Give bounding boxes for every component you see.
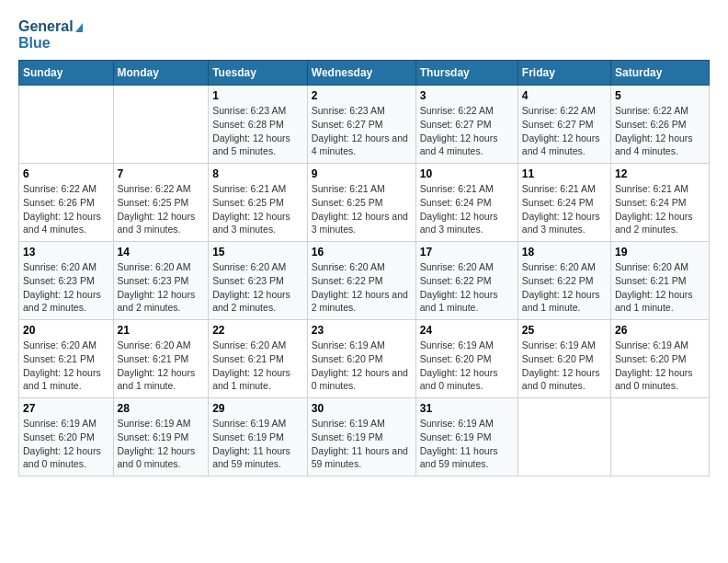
day-number: 26: [615, 324, 705, 337]
calendar-cell: 13Sunrise: 6:20 AMSunset: 6:23 PMDayligh…: [19, 242, 114, 320]
calendar-cell: 16Sunrise: 6:20 AMSunset: 6:22 PMDayligh…: [307, 242, 415, 320]
day-number: 16: [312, 246, 412, 259]
calendar-cell: 11Sunrise: 6:21 AMSunset: 6:24 PMDayligh…: [518, 164, 610, 242]
logo-general: General: [18, 18, 83, 35]
day-number: 5: [615, 89, 705, 102]
calendar-cell: 26Sunrise: 6:19 AMSunset: 6:20 PMDayligh…: [610, 320, 709, 398]
weekday-header: Monday: [113, 61, 209, 86]
logo: General Blue: [18, 18, 83, 51]
calendar-cell: 14Sunrise: 6:20 AMSunset: 6:23 PMDayligh…: [113, 242, 209, 320]
calendar-cell: 29Sunrise: 6:19 AMSunset: 6:19 PMDayligh…: [209, 398, 308, 477]
day-info: Sunrise: 6:22 AMSunset: 6:27 PMDaylight:…: [522, 104, 607, 158]
day-info: Sunrise: 6:19 AMSunset: 6:19 PMDaylight:…: [118, 417, 205, 471]
calendar-week-row: 6Sunrise: 6:22 AMSunset: 6:26 PMDaylight…: [19, 164, 710, 242]
weekday-header: Thursday: [415, 61, 518, 86]
calendar-week-row: 13Sunrise: 6:20 AMSunset: 6:23 PMDayligh…: [19, 242, 710, 320]
day-number: 8: [212, 167, 303, 180]
calendar-cell: [113, 86, 209, 164]
day-info: Sunrise: 6:21 AMSunset: 6:24 PMDaylight:…: [615, 182, 705, 236]
logo-container: General Blue: [18, 18, 83, 51]
day-info: Sunrise: 6:20 AMSunset: 6:22 PMDaylight:…: [312, 260, 412, 315]
weekday-header: Tuesday: [209, 61, 308, 86]
day-info: Sunrise: 6:19 AMSunset: 6:19 PMDaylight:…: [312, 417, 412, 471]
calendar-week-row: 20Sunrise: 6:20 AMSunset: 6:21 PMDayligh…: [19, 320, 710, 398]
day-number: 9: [312, 167, 412, 180]
calendar-cell: 9Sunrise: 6:21 AMSunset: 6:25 PMDaylight…: [307, 164, 415, 242]
day-number: 23: [312, 324, 412, 337]
day-info: Sunrise: 6:19 AMSunset: 6:19 PMDaylight:…: [420, 417, 514, 471]
calendar-cell: 28Sunrise: 6:19 AMSunset: 6:19 PMDayligh…: [113, 398, 209, 477]
weekday-header: Saturday: [610, 61, 709, 86]
day-number: 15: [212, 246, 303, 259]
day-number: 19: [615, 246, 705, 259]
day-number: 3: [420, 89, 514, 102]
calendar-cell: 31Sunrise: 6:19 AMSunset: 6:19 PMDayligh…: [415, 398, 518, 477]
calendar-cell: 6Sunrise: 6:22 AMSunset: 6:26 PMDaylight…: [19, 164, 114, 242]
day-number: 18: [522, 246, 607, 259]
day-number: 24: [420, 324, 514, 337]
day-info: Sunrise: 6:20 AMSunset: 6:21 PMDaylight:…: [615, 260, 705, 315]
day-info: Sunrise: 6:21 AMSunset: 6:24 PMDaylight:…: [522, 182, 607, 236]
day-number: 1: [212, 89, 303, 102]
day-number: 10: [420, 167, 514, 180]
calendar-cell: [19, 86, 114, 164]
weekday-header-row: SundayMondayTuesdayWednesdayThursdayFrid…: [19, 61, 710, 86]
day-number: 21: [118, 324, 205, 337]
calendar-week-row: 27Sunrise: 6:19 AMSunset: 6:20 PMDayligh…: [19, 398, 710, 477]
day-info: Sunrise: 6:19 AMSunset: 6:20 PMDaylight:…: [23, 417, 109, 471]
calendar-cell: 12Sunrise: 6:21 AMSunset: 6:24 PMDayligh…: [610, 164, 709, 242]
day-info: Sunrise: 6:23 AMSunset: 6:27 PMDaylight:…: [312, 104, 412, 158]
day-number: 22: [212, 324, 303, 337]
weekday-header: Wednesday: [307, 61, 415, 86]
day-info: Sunrise: 6:21 AMSunset: 6:25 PMDaylight:…: [212, 182, 303, 236]
day-number: 27: [23, 402, 109, 415]
day-info: Sunrise: 6:19 AMSunset: 6:20 PMDaylight:…: [615, 339, 705, 393]
calendar-cell: 30Sunrise: 6:19 AMSunset: 6:19 PMDayligh…: [307, 398, 415, 477]
day-number: 30: [312, 402, 412, 415]
day-info: Sunrise: 6:23 AMSunset: 6:28 PMDaylight:…: [212, 104, 303, 158]
day-number: 17: [420, 246, 514, 259]
calendar-cell: 22Sunrise: 6:20 AMSunset: 6:21 PMDayligh…: [209, 320, 308, 398]
day-number: 31: [420, 402, 514, 415]
day-info: Sunrise: 6:19 AMSunset: 6:20 PMDaylight:…: [420, 339, 514, 393]
calendar-cell: 2Sunrise: 6:23 AMSunset: 6:27 PMDaylight…: [307, 86, 415, 164]
calendar-cell: 17Sunrise: 6:20 AMSunset: 6:22 PMDayligh…: [415, 242, 518, 320]
calendar-cell: 18Sunrise: 6:20 AMSunset: 6:22 PMDayligh…: [518, 242, 610, 320]
day-info: Sunrise: 6:19 AMSunset: 6:19 PMDaylight:…: [212, 417, 303, 471]
day-info: Sunrise: 6:22 AMSunset: 6:26 PMDaylight:…: [23, 182, 109, 236]
calendar-cell: 15Sunrise: 6:20 AMSunset: 6:23 PMDayligh…: [209, 242, 308, 320]
weekday-header: Friday: [518, 61, 610, 86]
day-info: Sunrise: 6:20 AMSunset: 6:21 PMDaylight:…: [212, 339, 303, 393]
calendar-cell: 3Sunrise: 6:22 AMSunset: 6:27 PMDaylight…: [415, 86, 518, 164]
day-number: 14: [118, 246, 205, 259]
day-number: 4: [522, 89, 607, 102]
day-number: 7: [118, 167, 205, 180]
day-number: 28: [118, 402, 205, 415]
calendar-cell: 27Sunrise: 6:19 AMSunset: 6:20 PMDayligh…: [19, 398, 114, 477]
day-info: Sunrise: 6:21 AMSunset: 6:24 PMDaylight:…: [420, 182, 514, 236]
day-info: Sunrise: 6:20 AMSunset: 6:23 PMDaylight:…: [23, 260, 109, 315]
day-number: 29: [212, 402, 303, 415]
calendar-cell: 5Sunrise: 6:22 AMSunset: 6:26 PMDaylight…: [610, 86, 709, 164]
calendar-cell: 23Sunrise: 6:19 AMSunset: 6:20 PMDayligh…: [307, 320, 415, 398]
day-info: Sunrise: 6:22 AMSunset: 6:25 PMDaylight:…: [118, 182, 205, 236]
day-number: 6: [23, 167, 109, 180]
page-header: General Blue: [18, 18, 710, 51]
calendar-table: SundayMondayTuesdayWednesdayThursdayFrid…: [18, 60, 710, 477]
calendar-cell: 20Sunrise: 6:20 AMSunset: 6:21 PMDayligh…: [19, 320, 114, 398]
day-info: Sunrise: 6:20 AMSunset: 6:21 PMDaylight:…: [118, 339, 205, 393]
day-number: 20: [23, 324, 109, 337]
calendar-cell: 1Sunrise: 6:23 AMSunset: 6:28 PMDaylight…: [209, 86, 308, 164]
calendar-cell: 24Sunrise: 6:19 AMSunset: 6:20 PMDayligh…: [415, 320, 518, 398]
day-info: Sunrise: 6:22 AMSunset: 6:26 PMDaylight:…: [615, 104, 705, 158]
day-number: 11: [522, 167, 607, 180]
calendar-cell: 25Sunrise: 6:19 AMSunset: 6:20 PMDayligh…: [518, 320, 610, 398]
day-info: Sunrise: 6:20 AMSunset: 6:21 PMDaylight:…: [23, 339, 109, 393]
calendar-week-row: 1Sunrise: 6:23 AMSunset: 6:28 PMDaylight…: [19, 86, 710, 164]
calendar-cell: 8Sunrise: 6:21 AMSunset: 6:25 PMDaylight…: [209, 164, 308, 242]
day-info: Sunrise: 6:19 AMSunset: 6:20 PMDaylight:…: [312, 339, 412, 393]
calendar-cell: 19Sunrise: 6:20 AMSunset: 6:21 PMDayligh…: [610, 242, 709, 320]
weekday-header: Sunday: [19, 61, 114, 86]
calendar-cell: [518, 398, 610, 477]
day-info: Sunrise: 6:20 AMSunset: 6:23 PMDaylight:…: [212, 260, 303, 315]
